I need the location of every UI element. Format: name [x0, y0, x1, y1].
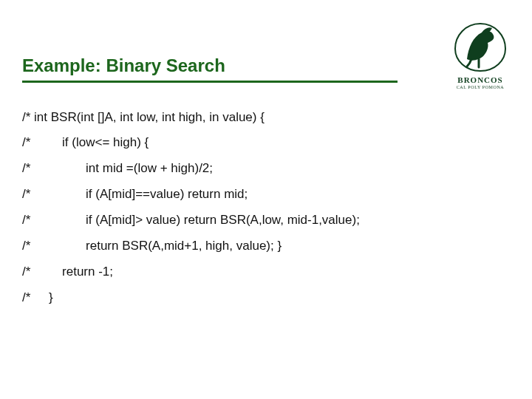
comment-marker: /*: [22, 265, 30, 279]
code-line: /* int BSR(int []A, int low, int high, i…: [22, 109, 510, 126]
code-text: if (low<= high) {: [34, 135, 149, 149]
code-line: /* if (low<= high) {: [22, 134, 510, 151]
code-line: /* if (A[mid]> value) return BSR(A,low, …: [22, 212, 510, 229]
code-text: }: [34, 290, 53, 304]
code-text: int mid =(low + high)/2;: [34, 161, 213, 175]
comment-marker: /*: [22, 239, 30, 253]
slide: BRONCOS CAL POLY POMONA Example: Binary …: [0, 0, 532, 399]
title-block: Example: Binary Search: [22, 55, 510, 83]
comment-marker: /*: [22, 213, 30, 227]
code-line: /* }: [22, 290, 510, 307]
code-line: /* if (A[mid]==value) return mid;: [22, 186, 510, 203]
comment-marker: /*: [22, 187, 30, 201]
comment-marker: /*: [22, 161, 30, 175]
code-line: /* int mid =(low + high)/2;: [22, 160, 510, 177]
comment-marker: /*: [22, 290, 30, 304]
code-text: return -1;: [34, 265, 113, 279]
code-block: /* int BSR(int []A, int low, int high, i…: [22, 109, 510, 307]
page-title: Example: Binary Search: [22, 55, 510, 81]
title-underline: [22, 81, 398, 83]
comment-marker: /*: [22, 135, 30, 149]
code-text: if (A[mid]> value) return BSR(A,low, mid…: [34, 213, 360, 227]
code-line: /* return -1;: [22, 264, 510, 281]
code-text: if (A[mid]==value) return mid;: [34, 187, 248, 201]
logo-subtext: CAL POLY POMONA: [443, 85, 517, 89]
code-line: /* return BSR(A,mid+1, high, value); }: [22, 238, 510, 255]
code-text: return BSR(A,mid+1, high, value); }: [34, 239, 282, 253]
